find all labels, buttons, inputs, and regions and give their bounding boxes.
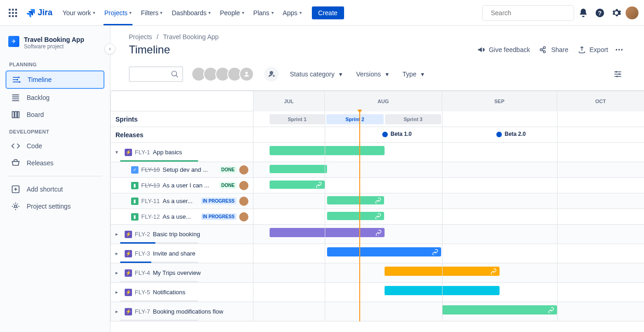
versions-filter[interactable]: Versions ▾ — [353, 69, 391, 80]
share-button[interactable]: Share — [535, 43, 573, 57]
issue-key[interactable]: FLY-4 — [135, 269, 150, 276]
issue-key[interactable]: FLY-10 — [141, 166, 160, 173]
settings-button[interactable] — [609, 6, 624, 20]
chevron-down-icon: ▾ — [242, 10, 244, 15]
search-icon — [171, 70, 178, 78]
epic-row[interactable]: ▸ ⚡ FLY-2 Basic trip booking — [111, 225, 253, 244]
timeline-bar[interactable] — [327, 212, 384, 220]
project-title: Travel Booking App — [24, 36, 84, 43]
export-button[interactable]: Export — [573, 43, 613, 57]
timeline-bar[interactable] — [270, 165, 327, 173]
epic-row[interactable]: ▸ ⚡ FLY-4 My Trips overview — [111, 263, 253, 282]
link-icon — [375, 197, 381, 204]
issue-key[interactable]: FLY-5 — [135, 289, 150, 296]
link-icon — [432, 249, 438, 255]
issue-key[interactable]: FLY-1 — [135, 149, 150, 156]
page-title: Timeline — [129, 43, 170, 56]
help-button[interactable]: ? — [592, 6, 607, 20]
jira-logo[interactable]: Jira — [22, 8, 56, 18]
timeline-bar[interactable] — [270, 146, 385, 155]
expand-toggle[interactable]: ▸ — [115, 309, 122, 315]
issue-key[interactable]: FLY-12 — [141, 213, 160, 220]
nav-item-plans[interactable]: Plans▾ — [249, 6, 278, 19]
expand-toggle[interactable]: ▸ — [115, 250, 122, 256]
expand-toggle[interactable]: ▸ — [115, 289, 122, 295]
issue-key[interactable]: FLY-11 — [141, 198, 160, 204]
issue-row[interactable]: ▮ FLY-11 As a user... IN PROGRESS — [111, 193, 253, 209]
assignee-avatar[interactable] — [239, 197, 248, 206]
release-marker[interactable] — [496, 132, 502, 137]
timeline-bar[interactable] — [270, 181, 325, 189]
search-input[interactable] — [491, 9, 571, 17]
timeline-bar[interactable] — [327, 196, 384, 204]
sidebar-item-project-settings[interactable]: Project settings — [6, 198, 104, 215]
expand-toggle[interactable]: ▸ — [115, 231, 122, 237]
sidebar-collapse-button[interactable]: ‹ — [104, 43, 115, 54]
epic-row[interactable]: ▸ ⚡ FLY-7 Booking modifications flow — [111, 302, 253, 321]
timeline-search[interactable] — [129, 66, 183, 82]
sidebar-item-backlog[interactable]: Backlog — [6, 89, 104, 106]
profile-avatar[interactable] — [626, 6, 638, 19]
sidebar-item-board[interactable]: Board — [6, 106, 104, 123]
sprint-pill[interactable]: Sprint 1 — [270, 114, 325, 124]
create-button[interactable]: Create — [312, 6, 344, 19]
sidebar-item-timeline[interactable]: Timeline — [6, 70, 104, 89]
epic-row[interactable]: ▾ ⚡ FLY-1 App basics — [111, 143, 253, 162]
type-filter[interactable]: Type ▾ — [400, 69, 427, 80]
assignee-avatar[interactable] — [239, 165, 248, 175]
issue-row[interactable]: ▮ FLY-13 As a user I can ... DONE — [111, 178, 253, 193]
notifications-button[interactable] — [576, 6, 591, 20]
jira-icon — [26, 8, 36, 18]
timeline-bar[interactable] — [442, 305, 557, 315]
add-people-button[interactable] — [264, 67, 279, 82]
unassigned-avatar[interactable] — [239, 67, 254, 82]
epic-row[interactable]: ▸ ⚡ FLY-3 Invite and share — [111, 244, 253, 263]
view-settings-button[interactable] — [610, 66, 626, 82]
breadcrumb: Projects / Travel Booking App — [110, 26, 644, 41]
nav-item-dashboards[interactable]: Dashboards▾ — [167, 6, 215, 19]
issue-summary: Invite and share — [153, 250, 196, 257]
issue-key[interactable]: FLY-3 — [135, 250, 150, 257]
issue-summary: Basic trip booking — [153, 231, 200, 238]
sidebar-item-releases[interactable]: Releases — [6, 155, 104, 171]
sidebar-item-add-shortcut[interactable]: Add shortcut — [6, 181, 104, 198]
export-icon — [578, 46, 586, 54]
timeline-grid[interactable]: JULAUGSEPOCTSprintsSprint 1Sprint 2Sprin… — [110, 90, 644, 332]
issue-key[interactable]: FLY-2 — [135, 231, 150, 238]
assignee-avatar[interactable] — [239, 181, 248, 190]
app-switcher-button[interactable] — [6, 6, 20, 20]
expand-toggle[interactable]: ▸ — [115, 270, 122, 276]
more-button[interactable] — [613, 42, 626, 57]
status-category-filter[interactable]: Status category ▾ — [287, 69, 345, 80]
sprint-pill[interactable]: Sprint 2 — [326, 114, 384, 124]
project-header[interactable]: ✈ Travel Booking App Software project — [4, 34, 106, 56]
epic-row[interactable]: ▸ ⚡ FLY-5 Notifications — [111, 283, 253, 302]
code-icon — [11, 141, 20, 151]
sprint-pill[interactable]: Sprint 3 — [385, 114, 441, 124]
timeline-bar[interactable] — [270, 228, 385, 237]
month-header: JUL — [253, 91, 325, 111]
sidebar-item-code[interactable]: Code — [6, 138, 104, 154]
svg-rect-5 — [15, 12, 17, 14]
svg-rect-3 — [9, 12, 11, 14]
issue-key[interactable]: FLY-13 — [141, 182, 160, 189]
release-marker[interactable] — [382, 132, 388, 137]
issue-row[interactable]: ▮ FLY-12 As a use... IN PROGRESS — [111, 209, 253, 224]
month-header: AUG — [325, 91, 442, 111]
issue-row[interactable]: ✓ FLY-10 Setup dev and ... DONE — [111, 162, 253, 177]
nav-item-apps[interactable]: Apps▾ — [278, 6, 306, 19]
nav-item-filters[interactable]: Filters▾ — [136, 6, 167, 19]
global-search[interactable] — [482, 5, 574, 21]
breadcrumb-current[interactable]: Travel Booking App — [163, 33, 218, 41]
give-feedback-button[interactable]: Give feedback — [472, 43, 535, 57]
assignee-avatar[interactable] — [239, 212, 248, 221]
nav-item-your-work[interactable]: Your work▾ — [58, 6, 100, 19]
chevron-down-icon: ▾ — [93, 10, 95, 15]
timeline-bar[interactable] — [327, 247, 441, 256]
project-sidebar: ‹ ✈ Travel Booking App Software project … — [0, 26, 110, 332]
nav-item-projects[interactable]: Projects▾ — [100, 6, 137, 19]
expand-toggle[interactable]: ▾ — [115, 149, 122, 155]
nav-item-people[interactable]: People▾ — [215, 6, 249, 19]
breadcrumb-parent[interactable]: Projects — [129, 33, 152, 41]
issue-key[interactable]: FLY-7 — [135, 308, 150, 315]
